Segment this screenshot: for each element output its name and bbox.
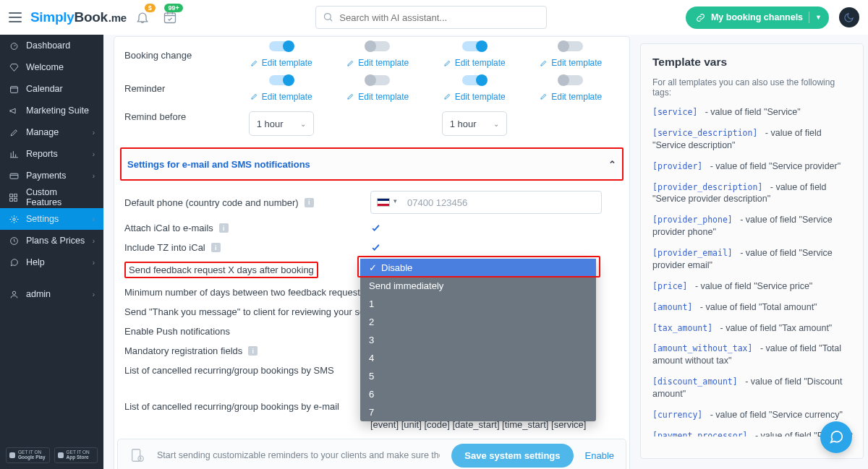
edit-template-link[interactable]: Edit template [540,58,602,68]
dropdown-option[interactable]: 4 [360,349,596,367]
save-button[interactable]: Save system settings [451,444,573,468]
toggle[interactable] [558,75,583,85]
sidebar-item-marketing-suite[interactable]: Marketing Suite [0,100,103,121]
var-tag[interactable]: [service_description] [652,128,757,138]
edit-template-link[interactable]: Edit template [346,58,409,68]
toggle[interactable] [558,41,583,51]
section-header-notifications[interactable]: Settings for e-mail and SMS notification… [120,147,624,181]
theme-toggle[interactable] [839,7,859,27]
var-tag[interactable]: [discount_amount] [652,377,738,387]
toggle[interactable] [462,75,487,85]
sidebar-item-custom-features[interactable]: Custom Features [0,186,103,208]
sidebar-item-payments[interactable]: Payments› [0,165,103,186]
dropdown-option[interactable]: ✓Disable [360,259,596,277]
toggle[interactable] [462,41,487,51]
app-store-badge[interactable]: GET IT ONApp Store [54,447,98,463]
feedback-days-dropdown[interactable]: ✓DisableSend immediately1234567 [360,259,596,421]
dropdown-option[interactable]: 7 [360,403,596,421]
template-var: [service] - value of field "Service" [652,106,854,119]
toggle[interactable] [269,75,294,85]
calendar-check-icon[interactable]: 99+ [163,10,177,25]
sidebar-item-dashboard[interactable]: Dashboard [0,35,103,56]
checkbox-ical[interactable] [370,223,381,233]
var-tag[interactable]: [provider_phone] [652,215,733,225]
sidebar-item-admin[interactable]: admin › [0,283,103,305]
edit-template-link[interactable]: Edit template [443,58,506,68]
sidebar-item-manage[interactable]: Manage› [0,121,103,143]
dropdown-option[interactable]: 5 [360,367,596,385]
banner-text: Start sending customizable reminders to … [157,450,440,460]
var-tag[interactable]: [service] [652,107,697,117]
var-tag[interactable]: [provider_description] [652,182,762,192]
info-icon[interactable]: i [305,198,314,207]
info-icon[interactable]: i [219,223,229,233]
edit-template-link[interactable]: Edit template [540,92,602,102]
logo[interactable]: SimplyBook.me [30,9,127,25]
push-label: Enable Push notifications [124,326,230,337]
top-right: My booking channels ▼ [686,7,859,29]
sidebar-item-settings[interactable]: Settings› [0,208,103,230]
booking-channels-button[interactable]: My booking channels ▼ [686,7,829,29]
row-default-phone: Default phone (country code and number)i… [114,186,629,218]
chevron-right-icon: › [93,150,95,158]
edit-template-link[interactable]: Edit template [250,58,312,68]
toggle[interactable] [269,41,294,51]
remind-before-select-3[interactable]: 1 hour⌄ [442,111,507,136]
dropdown-option[interactable]: 3 [360,331,596,349]
thankyou-label: Send "Thank you message" to client for r… [124,306,385,317]
chevron-right-icon: › [93,215,95,223]
row-label: Booking change [124,50,233,61]
search-input[interactable] [315,6,547,29]
svg-rect-5 [10,194,13,197]
dropdown-option[interactable]: 6 [360,385,596,403]
var-tag[interactable]: [amount_without_tax] [652,343,752,353]
info-icon[interactable]: i [211,243,221,252]
remind-before-select-1[interactable]: 1 hour⌄ [249,111,314,136]
sidebar-item-help[interactable]: Help› [0,251,103,273]
vars-scroll[interactable]: For all templates you can also use the f… [652,77,860,436]
flag-uk-icon[interactable] [377,198,390,207]
edit-template-link[interactable]: Edit template [250,92,312,102]
var-tag[interactable]: [provider_email] [652,248,733,258]
info-icon[interactable]: i [248,346,258,356]
mandatory-label: Mandatory registration fields [124,345,242,356]
dropdown-option[interactable]: 2 [360,313,596,331]
template-var: [provider_phone] - value of field "Servi… [652,214,854,238]
notifications-bell-icon[interactable]: $ [135,10,150,25]
var-tag[interactable]: [provider] [652,161,702,171]
sidebar-item-plans-prices[interactable]: Plans & Prices› [0,230,103,251]
template-vars-panel: Template vars For all templates you can … [637,35,868,469]
dropdown-option[interactable]: 1 [360,295,596,313]
gear-icon [9,215,19,224]
tz-label: Include TZ into iCal [124,242,205,253]
phone-input[interactable]: 07400 123456 [370,191,602,214]
edit-template-link[interactable]: Edit template [443,92,506,102]
menu-toggle[interactable] [9,12,22,22]
dropdown-option[interactable]: Send immediately [360,277,596,295]
sidebar-item-reports[interactable]: Reports› [0,143,103,165]
var-tag[interactable]: [price] [652,281,687,291]
chat-fab[interactable] [820,421,852,453]
enable-link[interactable]: Enable [585,450,614,461]
var-tag[interactable]: [amount] [652,302,692,312]
ical-label: Attach iCal to e-mails [124,223,213,233]
nav-label: Manage [26,127,59,137]
toggle[interactable] [365,75,390,85]
checkbox-tz[interactable] [370,242,381,253]
var-tag[interactable]: [payment_processor] [652,431,748,436]
sidebar-item-calendar[interactable]: Calendar [0,78,103,100]
nav-label: Reports [26,149,58,159]
card-icon [9,171,19,181]
mega-icon [9,106,19,116]
toggle[interactable] [365,41,390,51]
var-tag[interactable]: [tax_amount] [652,323,712,333]
sidebar-item-welcome[interactable]: Welcome [0,56,103,78]
var-tag[interactable]: [currency] [652,410,702,420]
phone-placeholder: 07400 123456 [407,197,467,208]
nav-label: Calendar [26,84,63,94]
edit-template-link[interactable]: Edit template [346,92,409,102]
chevron-right-icon: › [93,291,95,298]
nav-label: Payments [26,171,67,181]
template-var: [service_description] - value of field "… [652,127,854,152]
google-play-badge[interactable]: GET IT ONGoogle Play [6,447,50,463]
